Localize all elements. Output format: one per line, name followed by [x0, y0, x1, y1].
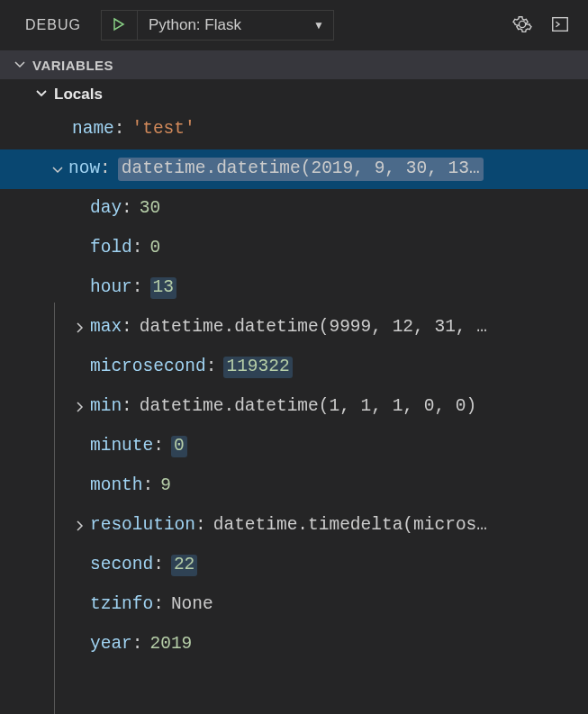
var-min[interactable]: min: datetime.datetime(1, 1, 1, 0, 0) [0, 387, 588, 427]
var-second[interactable]: second: 22 [0, 546, 588, 585]
start-debugging-button[interactable] [102, 11, 138, 40]
chevron-down-icon [13, 57, 27, 74]
chevron-down-icon [34, 86, 49, 104]
settings-button[interactable] [509, 12, 536, 39]
var-year[interactable]: year: 2019 [0, 625, 588, 664]
chevron-down-icon [47, 162, 68, 176]
chevron-right-icon [68, 321, 90, 335]
debug-config-name: Python: Flask [149, 16, 241, 34]
variable-list: name: 'test' now: datetime.datetime(2019… [0, 110, 588, 664]
scope-label: Locals [54, 86, 103, 104]
debug-console-button[interactable] [547, 12, 574, 39]
dropdown-caret-icon: ▼ [313, 19, 324, 32]
var-max[interactable]: max: datetime.datetime(9999, 12, 31, … [0, 308, 588, 348]
debug-label: DEBUG [25, 17, 81, 33]
chevron-right-icon [68, 519, 90, 533]
scope-locals[interactable]: Locals [0, 79, 588, 110]
var-tzinfo[interactable]: tzinfo: None [0, 585, 588, 625]
var-day[interactable]: day: 30 [0, 189, 588, 229]
var-microsecond[interactable]: microsecond: 119322 [0, 348, 588, 387]
debug-config-select[interactable]: Python: Flask ▼ [138, 11, 333, 40]
gear-icon [512, 14, 532, 37]
variables-content: Locals name: 'test' now: datetime.dateti… [0, 79, 588, 664]
debug-config-box: Python: Flask ▼ [101, 10, 334, 41]
var-fold[interactable]: fold: 0 [0, 229, 588, 268]
debug-toolbar: DEBUG Python: Flask ▼ [0, 0, 588, 50]
variables-section-header[interactable]: VARIABLES [0, 50, 588, 79]
terminal-icon [550, 14, 570, 37]
var-hour[interactable]: hour: 13 [0, 268, 588, 308]
var-now[interactable]: now: datetime.datetime(2019, 9, 30, 13… [0, 149, 588, 189]
indent-guide [54, 303, 55, 714]
var-resolution[interactable]: resolution: datetime.timedelta(micros… [0, 506, 588, 546]
chevron-right-icon [68, 400, 90, 414]
var-name[interactable]: name: 'test' [0, 110, 588, 149]
play-icon [112, 17, 126, 34]
variables-title: VARIABLES [32, 58, 113, 73]
var-month[interactable]: month: 9 [0, 466, 588, 506]
var-minute[interactable]: minute: 0 [0, 427, 588, 466]
